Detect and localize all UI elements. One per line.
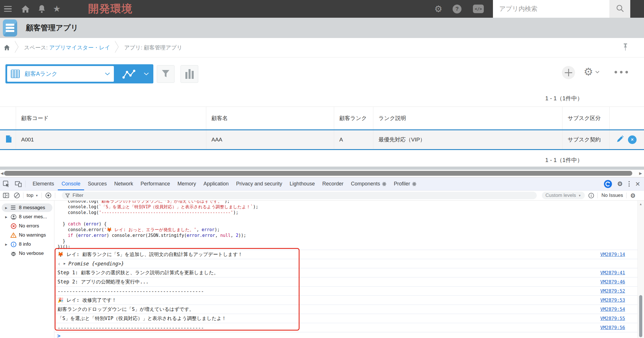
tab-sources[interactable]: Sources	[84, 177, 110, 190]
console-prompt-chevron[interactable]: >	[57, 333, 60, 338]
add-record-button[interactable]	[562, 66, 575, 79]
console-sidebar-item-8-info[interactable]: ▶ 8 info	[2, 240, 52, 249]
app-settings-button[interactable]: ⚙	[584, 67, 599, 77]
favorites-star-icon[interactable]: ★	[53, 5, 61, 13]
no-issues-label[interactable]: No Issues	[601, 193, 623, 198]
developer-code-icon[interactable]: </>	[473, 5, 484, 13]
view-selector[interactable]: 顧客Aランク	[5, 64, 153, 83]
tab-elements[interactable]: Elements	[29, 177, 58, 190]
console-sidebar-item-8-user-mes[interactable]: ▶ 8 user mes...	[2, 213, 52, 221]
console-message-text: Step 1: 顧客ランクの選択肢と、ランク説明の計算式を更新しました。	[58, 269, 219, 276]
breadcrumb-space: スペース: アプリマイスター・レイ	[24, 44, 110, 51]
scroll-up-arrow-icon[interactable]: ▲	[639, 202, 642, 206]
clear-console-icon[interactable]	[14, 192, 20, 199]
tab-memory[interactable]: Memory	[174, 177, 200, 190]
console-message-text: 🦊 レイ: 顧客ランクに「S」を追加し、説明文の自動計算もアップデートします！	[58, 251, 243, 258]
context-label: top	[27, 193, 33, 198]
console-sidebar-item-8-messages[interactable]: ▶ 8 messages	[2, 203, 52, 212]
chart-button[interactable]	[181, 65, 198, 83]
app-search-input[interactable]	[493, 0, 609, 18]
code-line: console.error('🦊 レイ: おっと、エラーが発生しました。', e…	[55, 227, 637, 233]
view-dropdown-caret-icon	[105, 71, 110, 77]
more-options-button[interactable]	[615, 71, 628, 73]
devtools-close-icon[interactable]: ×	[635, 180, 640, 188]
log-levels-dropdown[interactable]: Custom levels ▼	[542, 192, 585, 199]
context-selector[interactable]: top ▼	[27, 193, 38, 198]
console-source-link[interactable]: VM2879:46	[600, 279, 625, 285]
console-source-link[interactable]: VM2879:14	[600, 252, 625, 257]
toolbar-separator	[55, 193, 55, 198]
pin-icon[interactable]	[623, 43, 628, 52]
help-icon[interactable]: ?	[453, 5, 461, 13]
console-sidebar-toggle-icon[interactable]	[3, 193, 9, 198]
devtools-ai-icon[interactable]	[604, 180, 612, 188]
live-expression-eye-icon[interactable]	[45, 192, 52, 199]
console-sidebar-item-no-errors[interactable]: ▶ No errors	[2, 222, 52, 230]
graph-caret-icon[interactable]	[144, 71, 149, 77]
console-message-text: ----------------------------------------…	[58, 288, 204, 294]
console-source-link[interactable]: VM2879:53	[600, 297, 625, 303]
console-source-link[interactable]: VM2879:41	[600, 270, 625, 275]
info-circle-icon[interactable]	[588, 193, 594, 199]
device-toolbar-icon[interactable]	[15, 181, 22, 187]
tab-components[interactable]: Components	[347, 177, 390, 190]
horizontal-scrollbar-thumb[interactable]	[4, 171, 632, 176]
table-row: A001 AAA A 最優先対応（VIP） サブスク契約 ×	[0, 129, 644, 150]
plus-icon	[565, 69, 572, 76]
console-vertical-scrollbar[interactable]: ▲	[637, 201, 644, 338]
tab-console[interactable]: Console	[58, 177, 84, 190]
app-icon[interactable]	[3, 19, 17, 37]
graph-view-icon[interactable]	[114, 69, 144, 79]
settings-caret-icon	[595, 69, 599, 75]
horizontal-scrollbar[interactable]: ◀ ▶	[0, 170, 644, 177]
edit-pencil-icon[interactable]	[616, 135, 624, 145]
funnel-icon	[161, 69, 170, 79]
console-source-link[interactable]: VM2879:54	[600, 307, 625, 312]
tab-application[interactable]: Application	[200, 177, 232, 190]
devtools-tabs: Elements Console Sources Network Perform…	[29, 177, 420, 190]
console-settings-gear-icon[interactable]: ⚙	[630, 193, 636, 199]
tab-recorder[interactable]: Recorder	[318, 177, 347, 190]
devtools-menu-kebab-icon[interactable]	[629, 181, 630, 187]
tab-lighthouse[interactable]: Lighthouse	[286, 177, 318, 190]
header-actions-col	[610, 107, 644, 129]
view-dropdown[interactable]: 顧客Aランク	[7, 66, 114, 82]
home-icon[interactable]	[21, 5, 30, 13]
console-sidebar-item-no-verbose[interactable]: ▶ No verbose	[2, 249, 52, 258]
console-sidebar-item-no-warnings[interactable]: ▶ No warnings	[2, 231, 52, 239]
console-message: ‹ ▶ 🦊 レイ: 顧客ランクに「S」を追加し、説明文の自動計算もアップデートし…	[55, 250, 637, 259]
tab-privacy-and-security[interactable]: Privacy and security	[232, 177, 286, 190]
search-button[interactable]	[609, 0, 630, 18]
scroll-right-arrow-icon[interactable]: ▶	[639, 171, 642, 175]
tab-performance[interactable]: Performance	[137, 177, 174, 190]
expand-caret-icon[interactable]: ▶	[5, 243, 10, 246]
topbar-right-pad	[630, 0, 644, 18]
vertical-scrollbar-thumb[interactable]	[639, 295, 642, 337]
delete-record-icon[interactable]: ×	[628, 135, 637, 144]
pagination-bottom: 1 - 1（1件中）	[545, 156, 583, 164]
scroll-left-arrow-icon[interactable]: ◀	[1, 171, 3, 175]
space-link[interactable]: アプリマイスター・レイ	[49, 45, 110, 51]
console-filter-input[interactable]: Filter	[62, 192, 537, 199]
space-prefix: スペース:	[24, 45, 49, 51]
inspect-element-icon[interactable]	[3, 181, 10, 187]
portal-home-icon[interactable]	[4, 45, 10, 51]
admin-gear-icon[interactable]: ⚙	[434, 5, 442, 13]
filter-button[interactable]	[157, 65, 175, 83]
sidebar-item-label: 8 user mes...	[19, 214, 47, 220]
console-source-link[interactable]: VM2879:55	[600, 316, 625, 321]
record-icon-cell[interactable]	[0, 130, 16, 149]
console-source-link[interactable]: VM2879:56	[600, 325, 625, 330]
verbose-icon	[10, 251, 17, 257]
console-source-link[interactable]: VM2879:52	[600, 288, 625, 294]
notifications-bell-icon[interactable]	[38, 5, 45, 13]
tab-network[interactable]: Network	[110, 177, 137, 190]
expand-caret-icon[interactable]: ▶	[5, 215, 10, 219]
devtools-settings-gear-icon[interactable]: ⚙	[617, 181, 623, 187]
expand-triangle-icon[interactable]: ▶	[64, 262, 66, 265]
devtools-tab-label: Privacy and security	[236, 181, 282, 187]
hamburger-menu-icon[interactable]	[4, 6, 12, 12]
expand-caret-icon[interactable]: ▶	[5, 206, 10, 209]
tab-profiler[interactable]: Profiler	[390, 177, 420, 190]
toolbar-separator	[23, 193, 23, 198]
